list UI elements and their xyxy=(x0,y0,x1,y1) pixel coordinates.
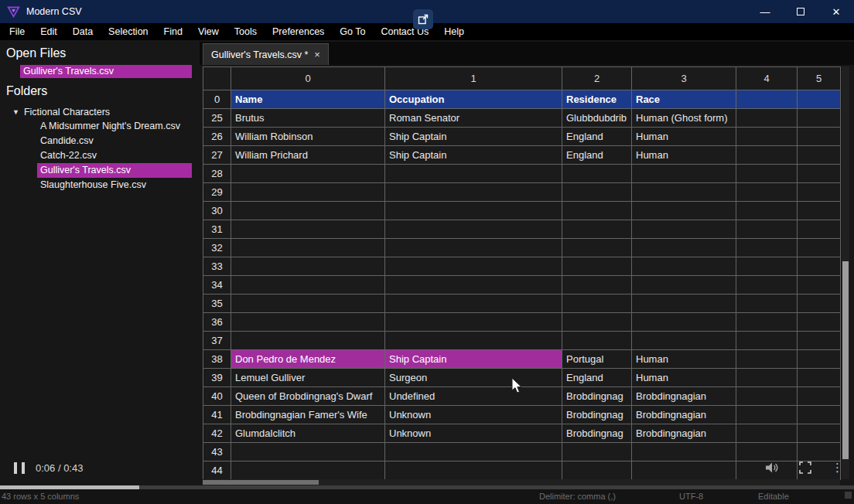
pause-button[interactable] xyxy=(14,462,25,474)
tab-gullivers-travels[interactable]: Gulliver's Travels.csv * × xyxy=(203,43,329,65)
cell[interactable]: Unknown xyxy=(385,406,562,424)
cell[interactable] xyxy=(632,165,736,183)
maximize-button[interactable] xyxy=(783,0,818,23)
cell[interactable] xyxy=(632,239,736,257)
cell[interactable] xyxy=(231,443,385,461)
cell[interactable] xyxy=(562,443,632,461)
vertical-scrollbar-thumb[interactable] xyxy=(842,261,849,459)
cell[interactable] xyxy=(736,183,798,202)
row-header[interactable]: 36 xyxy=(203,313,231,332)
cell[interactable] xyxy=(562,332,632,350)
cell[interactable] xyxy=(632,202,736,220)
menu-item-help[interactable]: Help xyxy=(436,23,472,40)
cell[interactable] xyxy=(798,387,841,406)
column-header[interactable]: 5 xyxy=(798,67,841,90)
cell[interactable] xyxy=(231,332,385,350)
cell[interactable] xyxy=(231,313,385,332)
cell[interactable]: Glumdalclitch xyxy=(231,424,385,443)
cell[interactable] xyxy=(736,146,798,165)
more-options-icon[interactable]: ⋮ xyxy=(832,461,843,474)
cell[interactable] xyxy=(736,350,798,369)
cell[interactable] xyxy=(736,128,798,146)
cell[interactable]: Portugal xyxy=(562,350,632,369)
cell[interactable] xyxy=(231,276,385,295)
cell[interactable] xyxy=(798,257,841,276)
cell[interactable] xyxy=(736,109,798,128)
cell[interactable] xyxy=(632,443,736,461)
menu-item-tools[interactable]: Tools xyxy=(227,23,265,40)
cell[interactable] xyxy=(231,202,385,220)
menu-item-file[interactable]: File xyxy=(2,23,32,40)
cell[interactable]: Surgeon xyxy=(385,369,562,387)
cell[interactable]: Human xyxy=(632,350,736,369)
cell[interactable]: England xyxy=(562,146,632,165)
cell[interactable]: Brobdingnagian Famer's Wife xyxy=(231,406,385,424)
cell[interactable]: Human xyxy=(632,369,736,387)
row-header[interactable]: 41 xyxy=(203,406,231,424)
cell[interactable] xyxy=(736,387,798,406)
cell[interactable] xyxy=(562,165,632,183)
tree-file-item[interactable]: A Midsummer Night's Dream.csv xyxy=(0,119,200,134)
cell[interactable]: Residence xyxy=(562,90,632,109)
cell[interactable] xyxy=(562,295,632,313)
cell[interactable] xyxy=(385,257,562,276)
cell[interactable] xyxy=(562,461,632,480)
row-header[interactable]: 40 xyxy=(203,387,231,406)
cell[interactable]: William Prichard xyxy=(231,146,385,165)
open-in-new-window-icon[interactable] xyxy=(413,9,433,29)
cell[interactable]: Brobdingnagian xyxy=(632,387,736,406)
menu-item-edit[interactable]: Edit xyxy=(32,23,65,40)
column-header[interactable]: 4 xyxy=(736,67,798,90)
caret-down-icon[interactable]: ▼ xyxy=(12,108,19,116)
cell[interactable]: Ship Captain xyxy=(385,350,562,369)
menu-item-find[interactable]: Find xyxy=(156,23,190,40)
row-header[interactable]: 37 xyxy=(203,332,231,350)
cell[interactable] xyxy=(798,369,841,387)
vertical-scrollbar[interactable] xyxy=(842,66,849,479)
horizontal-scrollbar[interactable] xyxy=(203,479,840,485)
row-header[interactable]: 35 xyxy=(203,295,231,313)
cell[interactable] xyxy=(385,276,562,295)
cell[interactable] xyxy=(798,202,841,220)
cell[interactable] xyxy=(798,313,841,332)
cell[interactable]: Occupation xyxy=(385,90,562,109)
cell[interactable] xyxy=(385,332,562,350)
folder-root[interactable]: ▼ Fictional Characters xyxy=(0,104,200,119)
cell[interactable]: England xyxy=(562,128,632,146)
cell[interactable] xyxy=(632,313,736,332)
horizontal-scrollbar-thumb[interactable] xyxy=(203,480,319,485)
cell[interactable] xyxy=(798,239,841,257)
row-header[interactable]: 43 xyxy=(203,443,231,461)
cell[interactable] xyxy=(562,276,632,295)
cell[interactable] xyxy=(562,183,632,202)
cell[interactable]: Ship Captain xyxy=(385,128,562,146)
cell[interactable]: Undefined xyxy=(385,387,562,406)
cell[interactable]: Human (Ghost form) xyxy=(632,109,736,128)
row-header[interactable]: 26 xyxy=(203,128,231,146)
minimize-button[interactable]: — xyxy=(747,0,783,23)
cell[interactable] xyxy=(736,239,798,257)
cell[interactable] xyxy=(562,220,632,239)
row-header[interactable]: 29 xyxy=(203,183,231,202)
cell[interactable] xyxy=(231,257,385,276)
row-header[interactable]: 0 xyxy=(203,90,231,109)
cell[interactable] xyxy=(736,406,798,424)
cell[interactable]: Lemuel Gulliver xyxy=(231,369,385,387)
open-file-item[interactable]: Gulliver's Travels.csv xyxy=(20,65,192,78)
column-header[interactable]: 0 xyxy=(231,67,385,90)
cell[interactable]: Queen of Brobdingnag's Dwarf xyxy=(231,387,385,406)
cell[interactable] xyxy=(231,461,385,480)
menu-item-go-to[interactable]: Go To xyxy=(332,23,373,40)
menu-item-preferences[interactable]: Preferences xyxy=(265,23,332,40)
cell[interactable] xyxy=(736,313,798,332)
volume-icon[interactable] xyxy=(765,461,779,474)
tree-file-item[interactable]: Catch-22.csv xyxy=(0,148,200,163)
row-header[interactable]: 33 xyxy=(203,257,231,276)
cell[interactable] xyxy=(798,109,841,128)
cell[interactable] xyxy=(798,90,841,109)
cell[interactable] xyxy=(798,295,841,313)
cell[interactable] xyxy=(798,350,841,369)
cell[interactable]: Brobdingnag xyxy=(562,424,632,443)
cell[interactable] xyxy=(798,406,841,424)
tree-file-item[interactable]: Candide.csv xyxy=(0,134,200,148)
